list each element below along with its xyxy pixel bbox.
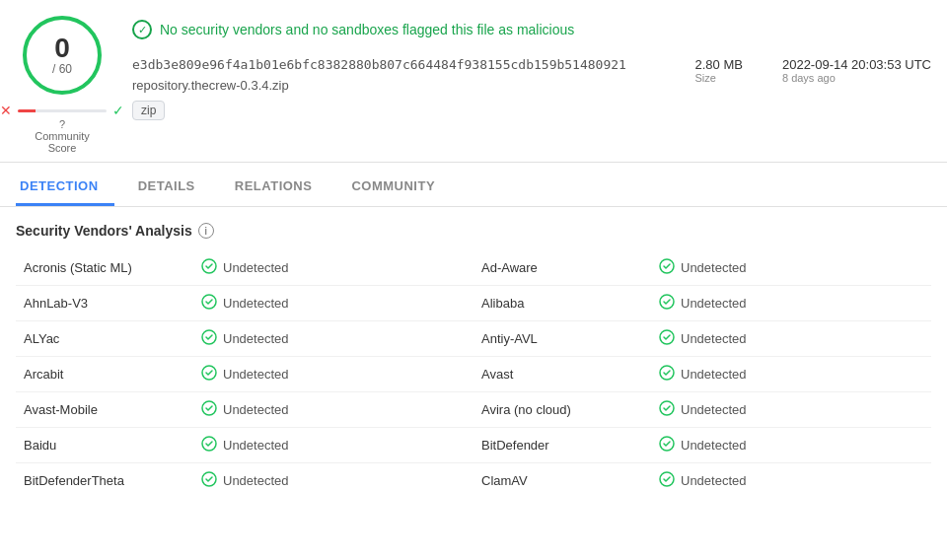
banner-text: No security vendors and no sandboxes fla… <box>160 22 574 37</box>
community-score-label: ? CommunityScore <box>35 118 90 154</box>
vendor-status-right: Undetected <box>651 250 931 286</box>
vendor-name-left: Avast-Mobile <box>16 392 193 428</box>
check-icon-right <box>659 471 675 490</box>
section-title: Security Vendors' Analysis i <box>16 223 931 239</box>
tab-details[interactable]: DETAILS <box>134 167 211 206</box>
table-row: BitDefenderTheta Undetected ClamAV <box>16 463 931 499</box>
vendor-name-right: ClamAV <box>474 463 651 499</box>
size-key: Size <box>695 72 743 84</box>
check-icon-left <box>201 329 217 348</box>
table-row: Arcabit Undetected Avast <box>16 357 931 392</box>
info-panel: ✓ No security vendors and no sandboxes f… <box>124 16 931 154</box>
check-icon-left <box>201 471 217 490</box>
vendor-status-right: Undetected <box>651 321 931 357</box>
vendor-name-left: ALYac <box>16 321 193 357</box>
file-tag: zip <box>132 101 165 120</box>
top-section: 0 / 60 ✕ ✓ ? CommunityScore ✓ No securit… <box>0 0 947 163</box>
tab-detection[interactable]: DETECTION <box>16 167 114 206</box>
status-text-left: Undetected <box>223 402 289 417</box>
vendor-name-right: Alibaba <box>474 286 651 321</box>
table-row: Avast-Mobile Undetected Avira (no cloud) <box>16 392 931 428</box>
status-text-right: Undetected <box>681 331 747 346</box>
score-label-row: ✕ ✓ <box>0 103 124 118</box>
status-text-left: Undetected <box>223 260 289 275</box>
score-circle: 0 / 60 <box>23 16 102 95</box>
status-text-left: Undetected <box>223 296 289 311</box>
status-text-right: Undetected <box>681 438 747 453</box>
status-text-right: Undetected <box>681 296 747 311</box>
table-row: Baidu Undetected BitDefender <box>16 428 931 463</box>
vendor-status-left: Undetected <box>193 392 474 428</box>
vendor-name-left: Arcabit <box>16 357 193 392</box>
vendor-name-left: AhnLab-V3 <box>16 286 193 321</box>
status-text-left: Undetected <box>223 367 289 382</box>
file-details: e3db3e809e96f4a1b01e6bfc8382880b807c6644… <box>132 57 676 128</box>
vendor-status-left: Undetected <box>193 250 474 286</box>
vendor-status-right: Undetected <box>651 428 931 463</box>
check-icon-left <box>201 294 217 313</box>
info-icon[interactable]: i <box>198 223 214 239</box>
file-date: 2022-09-14 20:03:53 UTC 8 days ago <box>782 57 931 84</box>
file-size: 2.80 MB Size <box>695 57 743 84</box>
vendor-status-left: Undetected <box>193 286 474 321</box>
vendor-name-right: BitDefender <box>474 428 651 463</box>
check-icon-small: ✓ <box>112 103 124 118</box>
vendor-name-right: Ad-Aware <box>474 250 651 286</box>
vendor-status-right: Undetected <box>651 463 931 499</box>
tab-relations[interactable]: RELATIONS <box>231 167 328 206</box>
vendor-status-left: Undetected <box>193 321 474 357</box>
table-row: ALYac Undetected Antiy-AVL <box>16 321 931 357</box>
score-panel: 0 / 60 ✕ ✓ ? CommunityScore <box>16 16 124 154</box>
vendor-status-right: Undetected <box>651 286 931 321</box>
tabs-row: DETECTION DETAILS RELATIONS COMMUNITY <box>0 167 947 207</box>
vendor-name-right: Antiy-AVL <box>474 321 651 357</box>
tab-community[interactable]: COMMUNITY <box>347 167 451 206</box>
status-text-left: Undetected <box>223 473 289 488</box>
vendor-status-right: Undetected <box>651 392 931 428</box>
vendor-status-left: Undetected <box>193 357 474 392</box>
vendor-name-right: Avast <box>474 357 651 392</box>
no-threat-banner: ✓ No security vendors and no sandboxes f… <box>132 16 931 43</box>
status-text-right: Undetected <box>681 367 747 382</box>
check-icon-left <box>201 400 217 419</box>
check-icon-right <box>659 436 675 455</box>
status-text-right: Undetected <box>681 402 747 417</box>
vendors-section: Security Vendors' Analysis i Acronis (St… <box>0 207 947 498</box>
check-icon-right <box>659 258 675 277</box>
community-label: CommunityScore <box>35 130 90 154</box>
file-meta-right: 2.80 MB Size 2022-09-14 20:03:53 UTC 8 d… <box>676 57 931 84</box>
vendor-status-right: Undetected <box>651 357 931 392</box>
status-text-right: Undetected <box>681 260 747 275</box>
section-title-text: Security Vendors' Analysis <box>16 223 192 239</box>
file-hash: e3db3e809e96f4a1b01e6bfc8382880b807c6644… <box>132 57 676 72</box>
vendor-status-left: Undetected <box>193 463 474 499</box>
table-row: Acronis (Static ML) Undetected Ad-Aware <box>16 250 931 286</box>
status-text-left: Undetected <box>223 438 289 453</box>
question-mark: ? <box>59 118 65 130</box>
file-name: repository.thecrew-0.3.4.zip <box>132 78 676 93</box>
check-icon-right <box>659 365 675 384</box>
date-sub: 8 days ago <box>782 72 931 84</box>
check-icon-left <box>201 258 217 277</box>
check-icon-left <box>201 436 217 455</box>
main-container: 0 / 60 ✕ ✓ ? CommunityScore ✓ No securit… <box>0 0 947 560</box>
cross-icon: ✕ <box>0 103 12 118</box>
check-icon-right <box>659 294 675 313</box>
date-value: 2022-09-14 20:03:53 UTC <box>782 57 931 72</box>
score-bar-row <box>18 109 107 112</box>
vendor-status-left: Undetected <box>193 428 474 463</box>
vendor-name-right: Avira (no cloud) <box>474 392 651 428</box>
vendor-table: Acronis (Static ML) Undetected Ad-Aware <box>16 250 931 498</box>
table-row: AhnLab-V3 Undetected Alibaba <box>16 286 931 321</box>
size-value: 2.80 MB <box>695 57 743 72</box>
check-icon-left <box>201 365 217 384</box>
score-total: / 60 <box>52 62 72 76</box>
status-text-right: Undetected <box>681 473 747 488</box>
vendor-name-left: Baidu <box>16 428 193 463</box>
vendor-name-left: BitDefenderTheta <box>16 463 193 499</box>
score-number: 0 <box>54 35 70 62</box>
score-bar <box>18 109 107 112</box>
check-circle-icon: ✓ <box>132 20 152 39</box>
check-icon-right <box>659 329 675 348</box>
status-text-left: Undetected <box>223 331 289 346</box>
